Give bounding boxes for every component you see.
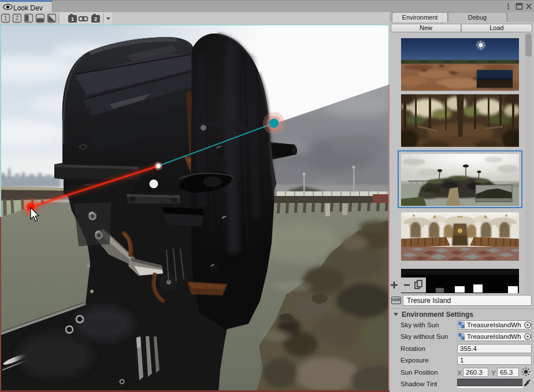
svg-text:2: 2: [94, 16, 97, 22]
svg-text:1: 1: [4, 15, 8, 21]
svg-text:1: 1: [71, 16, 74, 22]
svg-text:2: 2: [16, 15, 19, 21]
